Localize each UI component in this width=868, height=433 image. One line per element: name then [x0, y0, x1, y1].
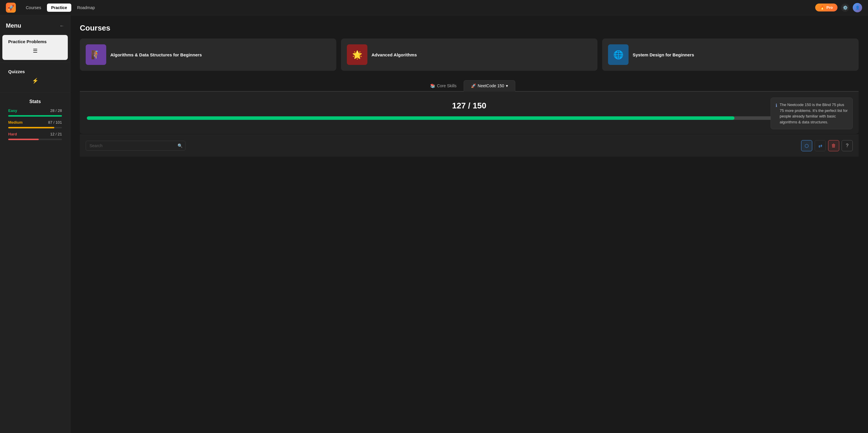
course-thumb-system-design: 🌐 — [608, 45, 628, 65]
search-section: 🔍 ⬡ ⇄ 🗑 ? — [80, 135, 859, 156]
nav-roadmap[interactable]: Roadmap — [73, 3, 99, 12]
progress-counter: 127 / 150 — [87, 101, 851, 111]
stat-bar-bg-medium — [8, 127, 62, 128]
trash-icon: 🗑 — [831, 143, 836, 148]
course-thumb-advanced-algo: 🌟 — [347, 45, 367, 65]
nav-practice[interactable]: Practice — [47, 3, 71, 12]
nav-links: Courses Practice Roadmap — [22, 3, 815, 12]
sidebar-collapse-icon[interactable]: ← — [60, 23, 64, 28]
course-card-system-design[interactable]: 🌐 System Design for Beginners — [602, 38, 859, 71]
pro-fire-icon: 🔥 — [820, 5, 825, 10]
page-title: Courses — [80, 24, 859, 33]
stat-row-hard: Hard 12 / 21 — [8, 132, 62, 136]
search-wrapper: 🔍 — [86, 141, 185, 151]
tab-core-skills[interactable]: 📚 Core Skills — [423, 80, 464, 92]
info-circle-icon: ℹ — [776, 102, 777, 125]
stat-bar-fill-hard — [8, 139, 39, 140]
layers-button[interactable]: ⬡ — [801, 140, 812, 151]
course-card-advanced-algo[interactable]: 🌟 Advanced Algorithms — [341, 38, 597, 71]
stats-title: Stats — [8, 99, 62, 104]
stat-value-medium: 87 / 101 — [48, 120, 62, 124]
stat-label-medium: Medium — [8, 120, 23, 124]
tab-neetcode-150-label: NeetCode 150 — [478, 83, 504, 88]
practice-problems-icon: ☰ — [33, 48, 37, 54]
sidebar-divider-1 — [0, 62, 70, 63]
sidebar-item-quizzes[interactable]: Quizzes ⚡ — [2, 65, 68, 90]
app-logo: 🚀 — [6, 3, 16, 12]
shuffle-button[interactable]: ⇄ — [815, 140, 826, 151]
progress-section: ℹ The Neetcode 150 is the Blind 75 plus … — [80, 92, 859, 134]
trash-button[interactable]: 🗑 — [828, 140, 839, 151]
sidebar-item-practice-problems[interactable]: Practice Problems ☰ — [2, 35, 68, 60]
course-name-algo-beginners: Algorithms & Data Structures for Beginne… — [110, 52, 202, 58]
info-text: The Neetcode 150 is the Blind 75 plus 75… — [780, 102, 848, 125]
search-input[interactable] — [86, 141, 185, 151]
topnav-right: 🔥 Pro ⚙️ 👤 — [815, 3, 862, 12]
stat-value-hard: 12 / 21 — [50, 132, 62, 136]
tab-neetcode-150-chevron: ▾ — [506, 83, 508, 88]
tab-neetcode-150[interactable]: 🚀 NeetCode 150 ▾ — [464, 80, 515, 92]
sidebar: Menu ← Practice Problems ☰ Quizzes ⚡ Sta… — [0, 15, 70, 433]
settings-icon[interactable]: ⚙️ — [841, 3, 849, 12]
course-thumb-icon-algo-beginners: 🧗 — [91, 50, 101, 60]
course-name-system-design: System Design for Beginners — [633, 52, 694, 58]
stat-label-easy: Easy — [8, 108, 17, 113]
stat-bar-fill-easy — [8, 115, 62, 117]
tab-core-skills-label: Core Skills — [437, 83, 457, 88]
stat-bar-bg-hard — [8, 139, 62, 140]
course-name-advanced-algo: Advanced Algorithms — [372, 52, 417, 58]
stat-row-medium: Medium 87 / 101 — [8, 120, 62, 124]
sidebar-header: Menu ← — [0, 20, 70, 34]
layers-icon: ⬡ — [805, 143, 809, 149]
avatar[interactable]: 👤 — [853, 3, 862, 12]
progress-bar-fill — [87, 116, 735, 120]
course-thumb-icon-advanced-algo: 🌟 — [352, 50, 363, 60]
tabs-section: 📚 Core Skills 🚀 NeetCode 150 ▾ — [80, 80, 859, 92]
shuffle-icon: ⇄ — [818, 143, 822, 149]
nav-courses[interactable]: Courses — [22, 3, 45, 12]
main-content: Courses 🧗 Algorithms & Data Structures f… — [70, 15, 868, 433]
course-card-algo-beginners[interactable]: 🧗 Algorithms & Data Structures for Begin… — [80, 38, 336, 71]
stat-bar-fill-medium — [8, 127, 54, 128]
stats-section: Stats Easy 28 / 28 Medium 87 / 101 Hard … — [2, 95, 68, 148]
question-icon: ? — [846, 143, 849, 148]
tab-neetcode-150-icon: 🚀 — [471, 83, 476, 88]
quizzes-icon: ⚡ — [32, 78, 38, 84]
topnav: 🚀 Courses Practice Roadmap 🔥 Pro ⚙️ 👤 — [0, 0, 868, 15]
layout: Menu ← Practice Problems ☰ Quizzes ⚡ Sta… — [0, 15, 868, 433]
stat-value-easy: 28 / 28 — [50, 108, 62, 113]
search-icon[interactable]: 🔍 — [178, 143, 183, 148]
progress-bar-bg — [87, 116, 851, 120]
stat-label-hard: Hard — [8, 132, 17, 136]
stat-bar-bg-easy — [8, 115, 62, 117]
sidebar-title: Menu — [6, 22, 21, 29]
tab-core-skills-icon: 📚 — [430, 83, 435, 88]
help-button[interactable]: ? — [842, 140, 853, 151]
course-thumb-icon-system-design: 🌐 — [613, 50, 624, 60]
info-card: ℹ The Neetcode 150 is the Blind 75 plus … — [771, 97, 853, 129]
pro-button[interactable]: 🔥 Pro — [815, 3, 837, 11]
stat-row-easy: Easy 28 / 28 — [8, 108, 62, 113]
courses-grid: 🧗 Algorithms & Data Structures for Begin… — [80, 38, 859, 71]
toolbar-buttons: ⬡ ⇄ 🗑 ? — [801, 140, 853, 151]
course-thumb-algo-beginners: 🧗 — [86, 45, 106, 65]
